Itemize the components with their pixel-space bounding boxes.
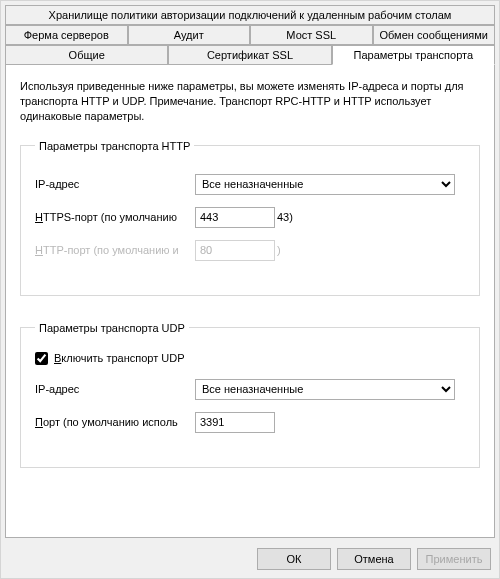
https-port-suffix: 43)	[277, 211, 293, 223]
https-port-row: HTTPS-порт (по умолчанию 43)	[35, 207, 467, 228]
udp-group-legend: Параметры транспорта UDP	[35, 322, 189, 334]
udp-port-row: Порт (по умолчанию исполь	[35, 412, 467, 433]
tab-row-1: Хранилище политики авторизации подключен…	[5, 5, 495, 25]
tab-server-farm[interactable]: Ферма серверов	[5, 25, 128, 45]
udp-port-label: Порт (по умолчанию исполь	[35, 416, 195, 428]
tab-transport-settings[interactable]: Параметры транспорта	[332, 45, 495, 65]
udp-port-input[interactable]	[195, 412, 275, 433]
udp-enable-label[interactable]: Включить транспорт UDP	[54, 352, 185, 364]
tabs-container: Хранилище политики авторизации подключен…	[5, 5, 495, 65]
cancel-button[interactable]: Отмена	[337, 548, 411, 570]
http-group-legend: Параметры транспорта HTTP	[35, 140, 194, 152]
tab-auditing[interactable]: Аудит	[128, 25, 251, 45]
tab-row-2: Ферма серверов Аудит Мост SSL Обмен сооб…	[5, 25, 495, 45]
https-port-input[interactable]	[195, 207, 275, 228]
udp-transport-group: Параметры транспорта UDP Включить трансп…	[20, 322, 480, 468]
dialog: Хранилище политики авторизации подключен…	[0, 0, 500, 579]
tab-row-3: Общие Сертификат SSL Параметры транспорт…	[5, 45, 495, 65]
tab-general[interactable]: Общие	[5, 45, 168, 65]
udp-enable-checkbox[interactable]	[35, 352, 48, 365]
tab-messaging[interactable]: Обмен сообщениями	[373, 25, 496, 45]
udp-ip-select[interactable]: Все неназначенные	[195, 379, 455, 400]
http-port-suffix: )	[277, 244, 281, 256]
https-port-label: HTTPS-порт (по умолчанию	[35, 211, 195, 223]
http-ip-row: IP-адрес Все неназначенные	[35, 174, 467, 195]
tab-rdcap-store[interactable]: Хранилище политики авторизации подключен…	[5, 5, 495, 25]
http-port-row: HTTP-порт (по умолчанию и )	[35, 240, 467, 261]
apply-button[interactable]: Применить	[417, 548, 491, 570]
ok-button[interactable]: ОК	[257, 548, 331, 570]
http-ip-select[interactable]: Все неназначенные	[195, 174, 455, 195]
udp-ip-row: IP-адрес Все неназначенные	[35, 379, 467, 400]
description-text: Используя приведенные ниже параметры, вы…	[20, 79, 480, 124]
udp-enable-row: Включить транспорт UDP	[35, 352, 467, 365]
tab-panel-transport: Используя приведенные ниже параметры, вы…	[5, 65, 495, 538]
http-ip-label: IP-адрес	[35, 178, 195, 190]
http-port-input	[195, 240, 275, 261]
tab-ssl-certificate[interactable]: Сертификат SSL	[168, 45, 331, 65]
udp-ip-label: IP-адрес	[35, 383, 195, 395]
http-port-label: HTTP-порт (по умолчанию и	[35, 244, 195, 256]
http-transport-group: Параметры транспорта HTTP IP-адрес Все н…	[20, 140, 480, 296]
tab-ssl-bridging[interactable]: Мост SSL	[250, 25, 373, 45]
dialog-button-bar: ОК Отмена Применить	[1, 542, 499, 578]
